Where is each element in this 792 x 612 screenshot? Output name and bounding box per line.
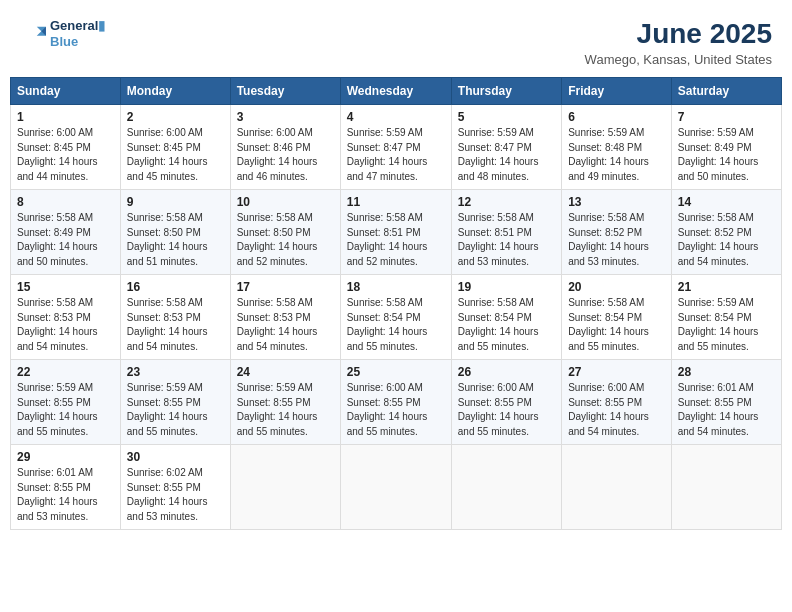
location-subtitle: Wamego, Kansas, United States [585,52,772,67]
calendar-cell: 10Sunrise: 5:58 AMSunset: 8:50 PMDayligh… [230,190,340,275]
calendar-cell: 12Sunrise: 5:58 AMSunset: 8:51 PMDayligh… [451,190,561,275]
calendar-cell: 27Sunrise: 6:00 AMSunset: 8:55 PMDayligh… [562,360,672,445]
day-number: 20 [568,280,665,294]
calendar-cell: 19Sunrise: 5:58 AMSunset: 8:54 PMDayligh… [451,275,561,360]
day-number: 3 [237,110,334,124]
logo: General▮ Blue [20,18,105,49]
calendar-cell: 17Sunrise: 5:58 AMSunset: 8:53 PMDayligh… [230,275,340,360]
calendar-cell: 29Sunrise: 6:01 AMSunset: 8:55 PMDayligh… [11,445,121,530]
day-info: Sunrise: 5:59 AMSunset: 8:55 PMDaylight:… [17,381,114,439]
day-info: Sunrise: 5:58 AMSunset: 8:54 PMDaylight:… [347,296,445,354]
day-number: 17 [237,280,334,294]
calendar-cell: 18Sunrise: 5:58 AMSunset: 8:54 PMDayligh… [340,275,451,360]
calendar-cell: 21Sunrise: 5:59 AMSunset: 8:54 PMDayligh… [671,275,781,360]
day-number: 25 [347,365,445,379]
calendar-cell: 7Sunrise: 5:59 AMSunset: 8:49 PMDaylight… [671,105,781,190]
day-info: Sunrise: 6:00 AMSunset: 8:55 PMDaylight:… [458,381,555,439]
calendar-cell: 24Sunrise: 5:59 AMSunset: 8:55 PMDayligh… [230,360,340,445]
day-info: Sunrise: 6:00 AMSunset: 8:55 PMDaylight:… [568,381,665,439]
day-info: Sunrise: 5:58 AMSunset: 8:51 PMDaylight:… [347,211,445,269]
day-number: 12 [458,195,555,209]
day-info: Sunrise: 5:58 AMSunset: 8:52 PMDaylight:… [678,211,775,269]
calendar-cell: 3Sunrise: 6:00 AMSunset: 8:46 PMDaylight… [230,105,340,190]
calendar-week-row: 8Sunrise: 5:58 AMSunset: 8:49 PMDaylight… [11,190,782,275]
calendar-cell: 16Sunrise: 5:58 AMSunset: 8:53 PMDayligh… [120,275,230,360]
calendar-cell [340,445,451,530]
day-info: Sunrise: 6:02 AMSunset: 8:55 PMDaylight:… [127,466,224,524]
calendar-cell [230,445,340,530]
header: General▮ Blue June 2025 Wamego, Kansas, … [10,10,782,71]
calendar-header-saturday: Saturday [671,78,781,105]
day-number: 5 [458,110,555,124]
title-area: June 2025 Wamego, Kansas, United States [585,18,772,67]
calendar-cell [562,445,672,530]
calendar-header-friday: Friday [562,78,672,105]
logo-text: General▮ Blue [50,18,105,49]
calendar-cell: 6Sunrise: 5:59 AMSunset: 8:48 PMDaylight… [562,105,672,190]
day-number: 2 [127,110,224,124]
calendar-header-monday: Monday [120,78,230,105]
day-number: 9 [127,195,224,209]
day-info: Sunrise: 5:59 AMSunset: 8:54 PMDaylight:… [678,296,775,354]
day-info: Sunrise: 6:01 AMSunset: 8:55 PMDaylight:… [17,466,114,524]
calendar-cell: 13Sunrise: 5:58 AMSunset: 8:52 PMDayligh… [562,190,672,275]
day-number: 22 [17,365,114,379]
day-info: Sunrise: 6:00 AMSunset: 8:55 PMDaylight:… [347,381,445,439]
day-number: 15 [17,280,114,294]
day-info: Sunrise: 5:58 AMSunset: 8:53 PMDaylight:… [237,296,334,354]
day-info: Sunrise: 5:59 AMSunset: 8:48 PMDaylight:… [568,126,665,184]
day-number: 27 [568,365,665,379]
day-info: Sunrise: 5:58 AMSunset: 8:54 PMDaylight:… [568,296,665,354]
calendar-cell: 15Sunrise: 5:58 AMSunset: 8:53 PMDayligh… [11,275,121,360]
day-number: 14 [678,195,775,209]
calendar-cell: 25Sunrise: 6:00 AMSunset: 8:55 PMDayligh… [340,360,451,445]
calendar-cell: 14Sunrise: 5:58 AMSunset: 8:52 PMDayligh… [671,190,781,275]
day-info: Sunrise: 5:58 AMSunset: 8:50 PMDaylight:… [127,211,224,269]
day-number: 16 [127,280,224,294]
day-number: 10 [237,195,334,209]
calendar-header-thursday: Thursday [451,78,561,105]
day-info: Sunrise: 5:59 AMSunset: 8:47 PMDaylight:… [458,126,555,184]
day-number: 19 [458,280,555,294]
calendar-cell [451,445,561,530]
calendar-week-row: 15Sunrise: 5:58 AMSunset: 8:53 PMDayligh… [11,275,782,360]
day-number: 7 [678,110,775,124]
calendar-header-row: SundayMondayTuesdayWednesdayThursdayFrid… [11,78,782,105]
day-info: Sunrise: 5:58 AMSunset: 8:53 PMDaylight:… [127,296,224,354]
logo-icon [20,23,48,45]
day-info: Sunrise: 5:59 AMSunset: 8:47 PMDaylight:… [347,126,445,184]
month-year-title: June 2025 [585,18,772,50]
day-number: 28 [678,365,775,379]
day-number: 1 [17,110,114,124]
calendar-cell: 23Sunrise: 5:59 AMSunset: 8:55 PMDayligh… [120,360,230,445]
day-info: Sunrise: 5:59 AMSunset: 8:49 PMDaylight:… [678,126,775,184]
calendar-cell: 30Sunrise: 6:02 AMSunset: 8:55 PMDayligh… [120,445,230,530]
calendar-cell: 11Sunrise: 5:58 AMSunset: 8:51 PMDayligh… [340,190,451,275]
calendar-week-row: 29Sunrise: 6:01 AMSunset: 8:55 PMDayligh… [11,445,782,530]
day-number: 24 [237,365,334,379]
calendar-week-row: 1Sunrise: 6:00 AMSunset: 8:45 PMDaylight… [11,105,782,190]
calendar-cell: 1Sunrise: 6:00 AMSunset: 8:45 PMDaylight… [11,105,121,190]
day-number: 8 [17,195,114,209]
day-info: Sunrise: 5:58 AMSunset: 8:49 PMDaylight:… [17,211,114,269]
calendar-cell: 28Sunrise: 6:01 AMSunset: 8:55 PMDayligh… [671,360,781,445]
calendar-cell: 20Sunrise: 5:58 AMSunset: 8:54 PMDayligh… [562,275,672,360]
calendar-cell: 5Sunrise: 5:59 AMSunset: 8:47 PMDaylight… [451,105,561,190]
day-number: 26 [458,365,555,379]
day-info: Sunrise: 5:59 AMSunset: 8:55 PMDaylight:… [127,381,224,439]
day-info: Sunrise: 6:01 AMSunset: 8:55 PMDaylight:… [678,381,775,439]
day-info: Sunrise: 5:58 AMSunset: 8:51 PMDaylight:… [458,211,555,269]
day-number: 4 [347,110,445,124]
calendar-cell: 4Sunrise: 5:59 AMSunset: 8:47 PMDaylight… [340,105,451,190]
day-info: Sunrise: 5:58 AMSunset: 8:50 PMDaylight:… [237,211,334,269]
day-info: Sunrise: 6:00 AMSunset: 8:46 PMDaylight:… [237,126,334,184]
calendar-header-sunday: Sunday [11,78,121,105]
day-number: 30 [127,450,224,464]
day-info: Sunrise: 6:00 AMSunset: 8:45 PMDaylight:… [127,126,224,184]
day-info: Sunrise: 5:58 AMSunset: 8:52 PMDaylight:… [568,211,665,269]
day-info: Sunrise: 5:59 AMSunset: 8:55 PMDaylight:… [237,381,334,439]
day-info: Sunrise: 6:00 AMSunset: 8:45 PMDaylight:… [17,126,114,184]
day-number: 6 [568,110,665,124]
calendar-table: SundayMondayTuesdayWednesdayThursdayFrid… [10,77,782,530]
day-number: 13 [568,195,665,209]
